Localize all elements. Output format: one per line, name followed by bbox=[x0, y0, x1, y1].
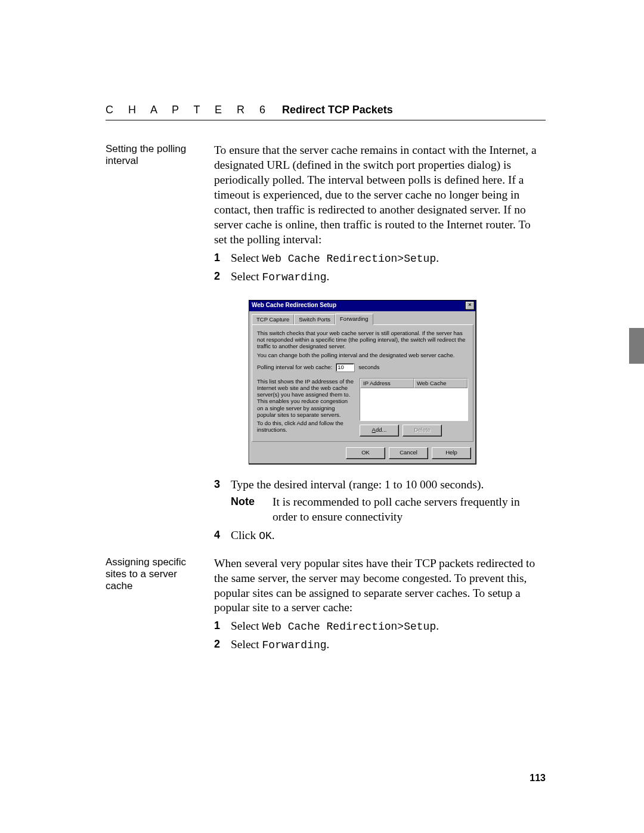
body: Setting the polling interval To ensure t… bbox=[106, 143, 546, 652]
tab-forwarding[interactable]: Forwarding bbox=[335, 314, 373, 325]
dialog-desc-2: You can change both the polling interval… bbox=[257, 352, 468, 358]
col-web-cache[interactable]: Web Cache bbox=[414, 379, 467, 388]
step-1: 1 Select Web Cache Redirection>Setup. bbox=[214, 619, 546, 634]
page-header: C H A P T E R 6 Redirect TCP Packets bbox=[106, 104, 546, 120]
tab-panel: This switch checks that your web cache s… bbox=[252, 324, 473, 442]
step-2: 2 Select Forwarding. bbox=[214, 270, 546, 284]
tab-switch-ports[interactable]: Switch Ports bbox=[294, 314, 335, 325]
steps-list: 1 Select Web Cache Redirection>Setup. 2 … bbox=[214, 251, 546, 284]
ok-button[interactable]: OK bbox=[346, 447, 385, 459]
poll-unit: seconds bbox=[358, 364, 379, 371]
side-label: Assigning specific sites to a server cac… bbox=[106, 556, 214, 653]
page-number: 113 bbox=[530, 773, 546, 784]
section-content: When several very popular sites have the… bbox=[214, 556, 546, 653]
poll-interval-input[interactable]: 10 bbox=[336, 363, 355, 372]
note-label: Note bbox=[231, 495, 273, 525]
add-button[interactable]: Add... bbox=[360, 425, 399, 436]
window-title: Web Cache Redirection Setup bbox=[252, 302, 465, 309]
step-3: 3 Type the desired interval (range: 1 to… bbox=[214, 478, 546, 493]
cache-listbox[interactable]: IP Address Web Cache bbox=[360, 378, 468, 421]
step-number: 2 bbox=[214, 270, 231, 284]
poll-interval-row: Polling interval for web cache: 10 secon… bbox=[257, 363, 468, 372]
step-4: 4 Click OK. bbox=[214, 528, 546, 543]
steps-list: 1 Select Web Cache Redirection>Setup. 2 … bbox=[214, 619, 546, 652]
list-header: IP Address Web Cache bbox=[360, 379, 467, 388]
lower-area: This list shows the IP addresses of the … bbox=[257, 378, 468, 436]
dialog-buttons: OK Cancel Help bbox=[249, 445, 476, 464]
step-text: Type the desired interval (range: 1 to 1… bbox=[231, 478, 546, 493]
dialog-window: Web Cache Redirection Setup × TCP Captur… bbox=[249, 300, 476, 465]
step-number: 1 bbox=[214, 251, 231, 266]
cancel-button[interactable]: Cancel bbox=[389, 447, 428, 459]
side-label: Setting the polling interval bbox=[106, 143, 214, 543]
note: Note It is recommended to poll cache ser… bbox=[231, 495, 546, 525]
steps-after-dialog: 3 Type the desired interval (range: 1 to… bbox=[214, 478, 546, 543]
close-icon[interactable]: × bbox=[465, 301, 475, 310]
dialog-screenshot: Web Cache Redirection Setup × TCP Captur… bbox=[249, 300, 546, 465]
step-number: 1 bbox=[214, 619, 231, 634]
step-text: Select Web Cache Redirection>Setup. bbox=[231, 251, 546, 266]
chapter-prefix: C H A P T E R 6 bbox=[106, 104, 271, 116]
step-2: 2 Select Forwarding. bbox=[214, 637, 546, 652]
step-number: 4 bbox=[214, 528, 231, 543]
step-text: Select Forwarding. bbox=[231, 637, 546, 652]
page: C H A P T E R 6 Redirect TCP Packets Set… bbox=[0, 0, 644, 833]
section-assign-sites: Assigning specific sites to a server cac… bbox=[106, 556, 546, 653]
chapter-title: Redirect TCP Packets bbox=[282, 104, 393, 116]
note-text: It is recommended to poll cache servers … bbox=[273, 495, 546, 525]
step-text: Click OK. bbox=[231, 528, 546, 543]
section-polling-interval: Setting the polling interval To ensure t… bbox=[106, 143, 546, 543]
list-description: This list shows the IP addresses of the … bbox=[257, 378, 354, 436]
help-button[interactable]: Help bbox=[432, 447, 471, 459]
step-1: 1 Select Web Cache Redirection>Setup. bbox=[214, 251, 546, 266]
list-buttons: Add... Delete bbox=[360, 425, 468, 436]
section-content: To ensure that the server cache remains … bbox=[214, 143, 546, 543]
tab-tcp-capture[interactable]: TCP Capture bbox=[252, 314, 294, 325]
step-number: 3 bbox=[214, 478, 231, 493]
delete-button: Delete bbox=[402, 425, 442, 436]
dialog-desc-1: This switch checks that your web cache s… bbox=[257, 330, 468, 350]
intro-paragraph: When several very popular sites have the… bbox=[214, 556, 546, 616]
intro-paragraph: To ensure that the server cache remains … bbox=[214, 143, 546, 247]
tab-strip: TCP Capture Switch Ports Forwarding bbox=[249, 311, 476, 325]
step-text: Select Forwarding. bbox=[231, 270, 546, 284]
poll-label: Polling interval for web cache: bbox=[257, 364, 332, 371]
col-ip-address[interactable]: IP Address bbox=[360, 379, 414, 388]
page-thumb-tab bbox=[629, 328, 644, 364]
list-pane: IP Address Web Cache Add... Delete bbox=[360, 378, 468, 436]
step-number: 2 bbox=[214, 637, 231, 652]
step-text: Select Web Cache Redirection>Setup. bbox=[231, 619, 546, 634]
titlebar: Web Cache Redirection Setup × bbox=[249, 301, 476, 311]
